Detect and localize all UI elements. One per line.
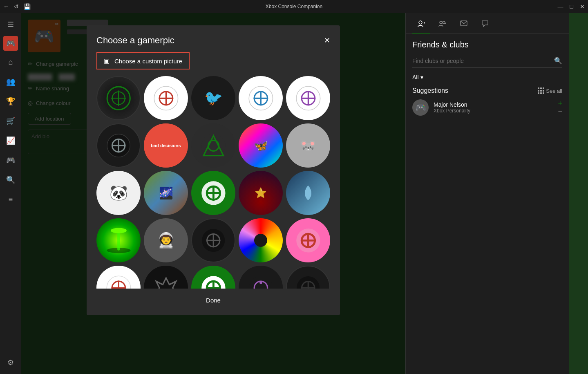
gamerpic-21[interactable] [96,266,141,289]
svg-point-28 [111,228,127,233]
gamerpic-10[interactable]: 🐭 [286,123,330,168]
app-body: ☰ 🎮 ⌂ 👥 🏆 🛒 📈 🎮 🔍 ≡ ⚙ 🎮 ✏ ✏ Change gamer… [0,13,588,374]
svg-point-54 [419,21,422,24]
gamerpic-grid: 🐦 [87,76,340,289]
suggestion-item: 🎮 Major Nelson Xbox Personality + − [412,99,562,116]
gamerpic-17[interactable]: 👨‍🚀 [144,218,188,262]
gamerpic-11[interactable]: 🐼 [96,171,141,215]
svg-rect-27 [117,231,120,251]
gamerpic-modal: Choose a gamerpic ✕ ▣ Choose a custom pi… [87,25,340,315]
gamerpic-3[interactable]: 🐦 [191,76,235,120]
gamerpic-15[interactable] [286,171,330,215]
gamerpic-2[interactable] [144,76,188,120]
gamerpic-6[interactable] [96,123,141,168]
custom-picture-button[interactable]: ▣ Choose a custom picture [96,52,190,69]
gamerpic-12[interactable]: 🌌 [144,171,188,215]
grid-icon [538,87,544,94]
app-title: Xbox Console Companion [266,4,322,9]
bad-decisions-text: bad decisions [144,123,188,168]
gamerpic-13[interactable] [191,171,235,215]
profile-area: 🎮 ✏ ✏ Change gamerpic ██████ ████ ✏ Name… [21,13,405,374]
tab-friends[interactable] [412,16,430,33]
gamerpic-18[interactable] [191,218,235,262]
sidebar-item-social[interactable]: 👥 [2,74,19,90]
suggestion-avatar: 🎮 [412,99,429,116]
svg-point-47 [259,281,262,284]
done-button[interactable]: Done [196,293,230,307]
gamerpic-23[interactable] [191,266,235,289]
sidebar-item-home[interactable]: ⌂ [2,54,19,70]
close-button[interactable]: ✕ [580,3,585,10]
suggestions-header: Suggestions See all [412,87,562,94]
tab-chat[interactable] [476,16,494,33]
sidebar-item-search[interactable]: 🔍 [2,172,19,188]
sidebar-item-trending[interactable]: 📈 [2,132,19,149]
right-panel: Friends & clubs 🔍 All ▾ Suggestions [405,13,569,374]
modal-overlay: Choose a gamerpic ✕ ▣ Choose a custom pi… [21,13,405,374]
modal-header: Choose a gamerpic ✕ [87,25,340,52]
gamerpic-5[interactable] [286,76,330,120]
sidebar-item-scroll[interactable]: ≡ [2,191,19,208]
gamerpic-9[interactable]: 🦋 [239,123,283,168]
dismiss-button[interactable]: − [558,108,562,115]
titlebar: ← ↺ 💾 Xbox Console Companion — □ ✕ [0,0,588,13]
gamerpic-22[interactable] [144,266,188,289]
add-friend-button[interactable]: + [558,100,562,107]
svg-point-58 [443,21,445,24]
restore-button[interactable]: □ [570,3,573,10]
gamerpic-1[interactable] [96,76,141,120]
tab-messages[interactable] [455,16,473,33]
modal-close-button[interactable]: ✕ [324,36,330,45]
suggestions-title: Suggestions [412,87,448,94]
sidebar-item-achievements[interactable]: 🏆 [2,93,19,110]
filter-row: All ▾ [412,74,562,81]
suggestion-subtitle: Xbox Personality [434,108,553,114]
search-icon: 🔍 [554,57,562,65]
gamerpic-25[interactable] [286,266,330,289]
sidebar-avatar[interactable]: 🎮 [3,36,18,51]
sidebar-item-menu[interactable]: ☰ [2,16,19,33]
sidebar-item-settings[interactable]: ⚙ [2,354,19,371]
search-box[interactable]: 🔍 [412,54,562,67]
suggestion-name: Major Nelson [434,101,553,108]
suggestion-actions: + − [558,100,562,115]
gamerpic-24[interactable] [239,266,283,289]
sidebar-item-gamepad[interactable]: 🎮 [2,152,19,168]
gamerpic-4[interactable] [239,76,283,120]
save-button[interactable]: 💾 [24,3,31,10]
gamerpic-19[interactable] [239,218,283,262]
section-title: Friends & clubs [412,40,562,49]
suggestion-info: Major Nelson Xbox Personality [434,101,553,114]
sidebar-item-store[interactable]: 🛒 [2,113,19,129]
titlebar-controls-left: ← ↺ 💾 [3,3,31,10]
custom-picture-label: Choose a custom picture [114,58,182,65]
gamerpic-8[interactable] [191,123,235,168]
panel-content: Friends & clubs 🔍 All ▾ Suggestions [406,34,569,374]
gamerpic-14[interactable]: ⭐ [239,171,283,215]
back-button[interactable]: ← [3,3,9,10]
modal-footer: Done [87,289,340,315]
panel-tabs [406,13,569,34]
tab-clubs[interactable] [434,16,452,33]
gamerpic-7[interactable]: bad decisions [144,123,188,168]
svg-point-20 [201,134,225,157]
filter-all-button[interactable]: All ▾ [412,74,423,81]
gamerpic-16[interactable] [96,218,141,262]
chevron-down-icon: ▾ [420,74,423,81]
refresh-button[interactable]: ↺ [14,3,19,10]
titlebar-controls-right: — □ ✕ [558,3,585,10]
search-input[interactable] [412,58,554,64]
svg-point-57 [440,21,442,24]
minimize-button[interactable]: — [558,3,563,10]
custom-picture-icon: ▣ [104,57,110,65]
modal-title: Choose a gamerpic [96,35,174,46]
see-all-button[interactable]: See all [538,87,562,94]
gamerpic-20[interactable] [286,218,330,262]
sidebar: ☰ 🎮 ⌂ 👥 🏆 🛒 📈 🎮 🔍 ≡ ⚙ [0,13,21,374]
